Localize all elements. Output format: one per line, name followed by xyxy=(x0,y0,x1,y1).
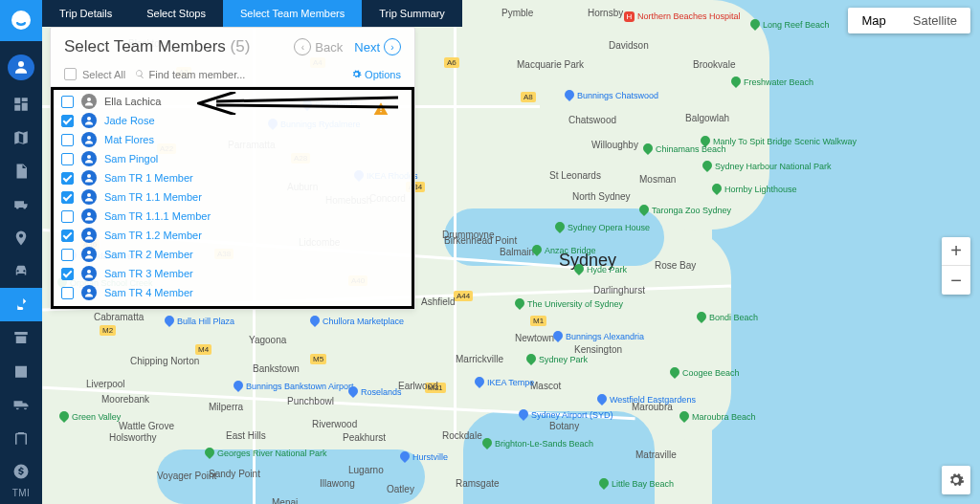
member-name: Mat Flores xyxy=(104,134,154,145)
place-label: Liverpool xyxy=(86,379,125,389)
member-list[interactable]: Ella LachicaJade RoseMat FloresSam Pingo… xyxy=(54,90,412,306)
member-checkbox[interactable] xyxy=(61,249,74,261)
back-button[interactable]: ‹ Back xyxy=(294,38,343,55)
member-checkbox[interactable] xyxy=(61,96,74,108)
place-label: Birkenhead Point xyxy=(444,235,517,246)
user-avatar[interactable] xyxy=(8,55,34,80)
tab-trip-summary[interactable]: Trip Summary xyxy=(362,0,462,27)
member-name: Ella Lachica xyxy=(104,96,161,107)
search-box xyxy=(135,69,342,80)
place-label: Bankstown xyxy=(253,363,300,374)
place-label: Ramsgate xyxy=(456,478,500,489)
place-label: Davidson xyxy=(609,40,649,51)
checkbox-icon xyxy=(64,68,77,80)
svg-point-4 xyxy=(87,117,91,121)
member-checkbox[interactable] xyxy=(61,287,74,299)
nav-archive[interactable] xyxy=(0,321,42,355)
svg-point-11 xyxy=(87,251,91,254)
select-all-checkbox[interactable]: Select All xyxy=(64,68,125,80)
member-row[interactable]: Mat Flores xyxy=(54,130,412,149)
search-input[interactable] xyxy=(149,69,343,80)
place-label: Oatley xyxy=(387,484,414,494)
nav-fleet[interactable] xyxy=(0,187,42,221)
nav-calendar[interactable] xyxy=(0,355,42,388)
nav-clipboard[interactable] xyxy=(0,421,42,454)
place-label: North Sydney xyxy=(572,191,631,202)
member-checkbox[interactable] xyxy=(61,153,74,165)
wizard-tabs: Trip Details Select Stops Select Team Me… xyxy=(42,0,462,27)
member-checkbox[interactable] xyxy=(61,134,74,146)
poi-green: Brighton-Le-Sands Beach xyxy=(482,438,593,449)
nav-vehicle[interactable] xyxy=(0,254,42,288)
member-row[interactable]: Sam TR 1 Member xyxy=(54,168,412,187)
poi-blue: Hurstville xyxy=(400,451,448,462)
place-label: Wattle Grove xyxy=(119,421,174,431)
nav-truck[interactable] xyxy=(0,387,42,421)
next-label: Next xyxy=(354,40,380,55)
member-name: Sam TR 2 Member xyxy=(104,249,193,260)
road-shield: M2 xyxy=(100,325,116,336)
next-button[interactable]: Next › xyxy=(354,38,401,55)
tab-select-stops[interactable]: Select Stops xyxy=(129,0,223,27)
member-checkbox[interactable] xyxy=(61,230,74,242)
poi-green: Taronga Zoo Sydney xyxy=(639,205,731,215)
place-label: Pymble xyxy=(501,8,533,18)
member-name: Sam Pingol xyxy=(104,153,158,164)
place-label: Riverwood xyxy=(312,419,357,429)
poi-blue: Bunnings Bankstown Airport xyxy=(234,381,354,391)
road-shield: A8 xyxy=(521,92,536,102)
road-shield: A44 xyxy=(454,291,473,301)
poi-blue: Westfield Eastgardens xyxy=(597,394,696,405)
member-avatar xyxy=(81,189,97,205)
poi-green: Georges River National Park xyxy=(205,448,327,458)
place-label: Illawong xyxy=(320,478,355,489)
nav-billing[interactable] xyxy=(0,454,42,488)
place-label: Matraville xyxy=(635,449,677,460)
member-avatar xyxy=(81,285,97,300)
member-checkbox[interactable] xyxy=(61,268,74,280)
place-label: Yagoona xyxy=(249,335,286,345)
poi-green: Hornby Lighthouse xyxy=(712,184,797,194)
place-label: Punchbowl xyxy=(287,396,334,406)
nav-routes[interactable] xyxy=(0,288,42,321)
member-checkbox[interactable] xyxy=(61,172,74,185)
member-checkbox[interactable] xyxy=(61,191,74,204)
options-button[interactable]: Options xyxy=(351,69,401,80)
member-row[interactable]: Sam TR 3 Member xyxy=(54,264,412,283)
nav-dashboard[interactable] xyxy=(0,88,42,121)
member-checkbox[interactable] xyxy=(61,115,74,127)
tab-select-team-members[interactable]: Select Team Members xyxy=(223,0,362,27)
nav-map[interactable] xyxy=(0,121,42,155)
zoom-in-button[interactable]: + xyxy=(942,237,970,266)
member-avatar xyxy=(81,208,97,224)
map-settings-button[interactable] xyxy=(942,466,970,494)
svg-point-5 xyxy=(87,136,91,140)
poi-green: Sydney Opera House xyxy=(555,222,650,232)
place-label: Rose Bay xyxy=(655,260,696,271)
nav-document[interactable] xyxy=(0,154,42,187)
map-type-satellite[interactable]: Satellite xyxy=(900,8,970,33)
place-label: Willoughby xyxy=(591,140,638,150)
poi-blue: Bulla Hill Plaza xyxy=(165,316,234,326)
zoom-out-button[interactable]: − xyxy=(942,266,970,295)
place-label: Chipping Norton xyxy=(130,356,199,366)
member-avatar xyxy=(81,266,97,281)
nav-location[interactable] xyxy=(0,221,42,254)
svg-point-10 xyxy=(87,231,91,235)
member-row[interactable]: Sam TR 2 Member xyxy=(54,245,412,264)
member-name: Sam TR 1.1 Member xyxy=(104,191,202,203)
member-row[interactable]: Sam TR 1.1 Member xyxy=(54,187,412,207)
poi-green: The University of Sydney xyxy=(515,298,623,309)
member-checkbox[interactable] xyxy=(61,210,74,223)
member-row[interactable]: Sam TR 1.1.1 Member xyxy=(54,207,412,226)
tab-trip-details[interactable]: Trip Details xyxy=(42,0,129,27)
map-type-map[interactable]: Map xyxy=(848,8,899,33)
member-row[interactable]: Sam TR 1.2 Member xyxy=(54,226,412,245)
member-row[interactable]: Sam TR 4 Member xyxy=(54,283,412,302)
annotation-arrow xyxy=(197,92,398,115)
panel-title-count: (5) xyxy=(231,37,251,55)
member-row[interactable]: Sam Pingol xyxy=(54,149,412,168)
svg-line-1 xyxy=(216,98,398,101)
member-avatar xyxy=(81,247,97,262)
app-logo[interactable] xyxy=(0,0,42,41)
